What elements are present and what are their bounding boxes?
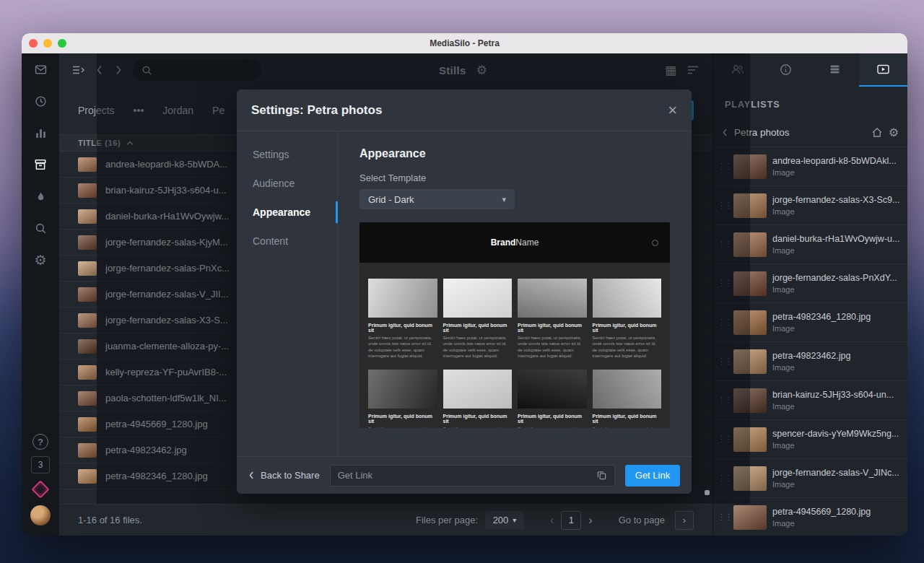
messages-icon[interactable] xyxy=(22,53,59,85)
assets-icon[interactable] xyxy=(22,149,59,180)
playlist-item-name: jorge-fernandez-salas-V_JINc... xyxy=(772,468,899,478)
preview-card-image xyxy=(593,279,662,318)
rail-bottom-group: ? 3 xyxy=(30,434,51,536)
prev-page-icon[interactable]: ‹ xyxy=(550,515,554,526)
preview-card-body: Sentiri haec putat, ut perspiciatis, und… xyxy=(443,335,513,359)
search-rail-icon[interactable] xyxy=(22,212,59,244)
get-link-button[interactable]: Get Link xyxy=(625,465,680,486)
file-thumbnail xyxy=(78,313,97,328)
preview-card-title: Primum igitur, quid bonum sit xyxy=(368,414,437,424)
info-icon xyxy=(780,64,792,76)
notification-count[interactable]: 3 xyxy=(31,456,50,473)
home-icon[interactable] xyxy=(871,127,883,138)
minimize-window-button[interactable] xyxy=(43,39,52,48)
zoom-window-button[interactable] xyxy=(58,39,66,48)
modal-nav-appearance[interactable]: Appearance xyxy=(237,198,337,227)
back-to-share-label: Back to Share xyxy=(261,470,320,481)
preview-card-body: Sentiri haec putat, ut perspiciatis, und… xyxy=(518,426,587,428)
back-to-share-link[interactable]: Back to Share xyxy=(248,470,320,481)
file-thumbnail xyxy=(78,443,97,458)
template-select[interactable]: Grid - Dark ▾ xyxy=(359,189,515,209)
file-thumbnail xyxy=(78,209,97,224)
tab-playlists[interactable] xyxy=(859,53,907,87)
modal-nav-content[interactable]: Content xyxy=(237,227,337,256)
preview-card-body: Sentiri haec putat, ut perspiciatis, und… xyxy=(368,426,437,428)
user-avatar[interactable] xyxy=(30,505,51,525)
current-page-box[interactable]: 1 xyxy=(561,511,581,530)
help-icon[interactable]: ? xyxy=(32,434,48,450)
preview-card-title: Primum igitur, quid bonum sit xyxy=(368,323,437,333)
brand-name-bold: Brand xyxy=(491,237,516,248)
preview-card-image xyxy=(593,370,662,409)
file-thumbnail xyxy=(78,157,97,172)
app-window: MediaSilo - Petra ⚙ ? xyxy=(22,33,907,536)
file-thumbnail xyxy=(78,339,97,354)
preview-card-body: Sentiri haec putat, ut perspiciatis, und… xyxy=(518,335,587,359)
chevron-left-icon xyxy=(248,471,255,480)
left-rail: ⚙ ? 3 xyxy=(22,53,59,536)
preview-card: Primum igitur, quid bonum sit Sentiri ha… xyxy=(518,279,587,359)
playlist-item-type: Image xyxy=(772,207,899,216)
playlist-item-name: spencer-davis-yYeM9Wkz5ng... xyxy=(772,429,899,439)
drag-handle-icon[interactable]: ⋮⋮ xyxy=(718,512,728,522)
file-count-text: 1-16 of 16 files. xyxy=(78,515,142,525)
modal-nav: SettingsAudienceAppearanceContent xyxy=(237,131,338,456)
file-thumbnail xyxy=(78,417,97,432)
playlist-item-type: Image xyxy=(772,285,897,294)
modal-nav-settings[interactable]: Settings xyxy=(237,140,337,169)
playlist-item-name: andrea-leopardi-k8-5bWDAkl... xyxy=(772,156,897,166)
preview-card-body: Sentiri haec putat, ut perspiciatis, und… xyxy=(593,335,662,359)
video-playlist-icon xyxy=(876,64,890,75)
preview-card-body: Sentiri haec putat, ut perspiciatis, und… xyxy=(593,426,662,428)
preview-brand-header: BrandName xyxy=(359,222,670,263)
playlist-item-name: daniel-burka-rHa1WvOywjw-u... xyxy=(772,234,899,244)
files-per-page-label: Files per page: xyxy=(416,515,478,525)
titlebar[interactable]: MediaSilo - Petra xyxy=(22,33,907,53)
brand-name-light: Name xyxy=(515,237,539,248)
reports-icon[interactable] xyxy=(22,117,59,149)
modal-nav-audience[interactable]: Audience xyxy=(237,169,337,198)
playlist-item-type: Image xyxy=(772,168,897,177)
playlist-item-type: Image xyxy=(772,324,871,333)
close-window-button[interactable] xyxy=(29,39,38,48)
collapse-sidebar-icon[interactable] xyxy=(72,64,85,76)
close-icon[interactable]: × xyxy=(668,102,677,118)
template-select-value: Grid - Dark xyxy=(368,194,414,205)
copy-link-icon[interactable] xyxy=(596,470,607,481)
playlist-item-type: Image xyxy=(772,363,850,372)
preview-card: Primum igitur, quid bonum sit Sentiri ha… xyxy=(593,279,662,359)
goto-page-label: Go to page xyxy=(619,515,665,525)
file-thumbnail xyxy=(78,235,97,250)
preview-card: Primum igitur, quid bonum sit Sentiri ha… xyxy=(443,370,513,428)
preview-card-image xyxy=(518,370,587,409)
settings-modal: Settings: Petra photos × SettingsAudienc… xyxy=(237,90,692,494)
mediasilo-logo[interactable] xyxy=(31,480,49,498)
preview-card-image xyxy=(443,370,513,409)
preview-card-image xyxy=(368,370,437,409)
playlist-item-type: Image xyxy=(772,480,899,489)
scrollbar-thumb[interactable] xyxy=(705,490,710,495)
share-link-input[interactable] xyxy=(338,470,596,481)
tab-info[interactable] xyxy=(762,53,810,87)
playlist-item-type: Image xyxy=(772,246,899,255)
share-link-field[interactable] xyxy=(330,465,615,486)
per-page-select[interactable]: 200 ▾ xyxy=(485,511,524,530)
recent-icon[interactable] xyxy=(22,85,59,117)
next-page-icon[interactable]: › xyxy=(588,515,592,526)
footer-bar: 1-16 of 16 files. Files per page: 200 ▾ … xyxy=(59,504,712,536)
preview-grid: Primum igitur, quid bonum sit Sentiri ha… xyxy=(359,263,670,428)
file-thumbnail xyxy=(78,287,97,302)
preview-card-title: Primum igitur, quid bonum sit xyxy=(593,414,662,424)
preview-card-title: Primum igitur, quid bonum sit xyxy=(443,414,513,424)
playlist-settings-icon[interactable]: ⚙ xyxy=(889,126,899,139)
tab-metadata[interactable] xyxy=(811,53,859,87)
preview-card-title: Primum igitur, quid bonum sit xyxy=(518,414,587,424)
playlist-item-type: Image xyxy=(772,402,894,411)
activity-icon[interactable] xyxy=(22,180,59,212)
playlist-item-name: petra-49823462.jpg xyxy=(772,351,850,361)
settings-rail-icon[interactable]: ⚙ xyxy=(22,244,59,276)
modal-header: Settings: Petra photos × xyxy=(237,90,692,131)
template-preview: BrandName Primum igitur, quid bonum sit … xyxy=(359,222,670,428)
app-body: ⚙ ? 3 xyxy=(22,53,907,536)
goto-page-button[interactable]: › xyxy=(675,511,694,530)
